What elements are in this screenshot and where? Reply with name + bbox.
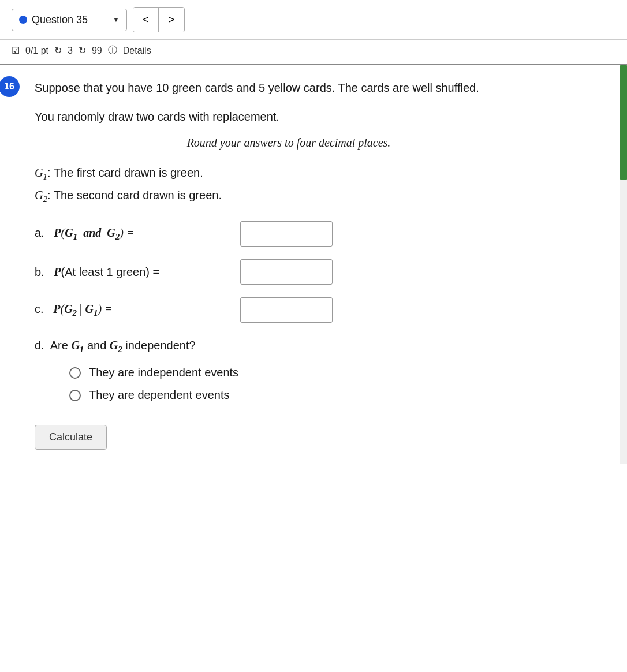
part-b-input[interactable] [240,259,333,285]
part-a-and: and [77,226,107,239]
meta-row: ☑ 0/1 pt ↻ 3 ↻ 99 ⓘ Details [0,40,627,65]
def1-sub: 1 [43,172,47,181]
question-selector[interactable]: Question 35 ▼ [12,9,127,31]
part-d-letter: d. Are [35,339,71,352]
chevron-down-icon: ▼ [113,16,120,24]
part-a-g1: G [65,226,73,239]
part-a-g2: G [107,226,115,239]
part-a-paren-close: ) = [120,226,134,239]
score-icon: ☑ [12,45,20,56]
submission-icon: ↻ [79,45,86,56]
part-a-label: a. P(G1 and G2) = [35,226,231,242]
part-c-expr: P [53,303,60,315]
nav-buttons: < > [133,7,185,32]
def1-text: : The first card drawn is green. [47,166,203,179]
part-c-bar: | [77,303,85,315]
definition-2: G2: The second card drawn is green. [35,185,543,207]
part-d-g1-sub: 1 [80,345,84,354]
def2-sub: 2 [43,195,47,204]
radio-circle-dependent[interactable] [69,390,81,401]
part-b-letter: b. [35,266,51,278]
def2-text: : The second card drawn is green. [47,189,222,201]
main-content: 16 Suppose that you have 10 green cards … [0,65,627,464]
radio-option-dependent[interactable]: They are dependent events [69,389,543,402]
radio-label-dependent: They are dependent events [89,389,230,402]
part-d-and: and [87,339,110,352]
part-b-row: b. P(At least 1 green) = [35,259,543,285]
submission-count: 99 [92,46,102,56]
prev-button[interactable]: < [133,8,159,32]
definitions: G1: The first card drawn is green. G2: T… [35,162,543,207]
problem-text-2: You randomly draw two cards with replace… [35,107,543,126]
part-c-g1: G [85,303,93,315]
top-bar: Question 35 ▼ < > [0,0,627,40]
part-c-label: c. P(G2 | G1) = [35,303,231,318]
radio-circle-independent[interactable] [69,367,81,379]
info-icon: ⓘ [108,44,117,57]
part-b-expr: P [54,266,61,278]
part-c-letter: c. [35,303,50,315]
problem-text-1: Suppose that you have 10 green cards and… [35,79,543,97]
question-status-dot [19,16,27,24]
part-d-question: d. Are G1 and G2 independent? [35,339,543,354]
score-value: 0/1 pt [25,46,48,56]
part-a-input[interactable] [240,221,333,247]
scrollbar-thumb[interactable] [620,65,627,180]
part-d-g2-sub: 2 [118,345,122,354]
question-body: Suppose that you have 10 green cards and… [0,65,566,464]
def1-var: G [35,166,43,179]
details-link[interactable]: Details [123,46,151,56]
part-c-paren-close: ) = [98,303,112,315]
part-d-section: d. Are G1 and G2 independent? They are i… [35,339,543,402]
scrollbar-track[interactable] [620,65,627,464]
question-label: Question 35 [32,14,108,26]
part-a-expr: P [54,226,61,239]
italic-instruction: Round your answers to four decimal place… [35,136,543,150]
part-d-g2: G [110,339,118,352]
part-c-g2-sub: 2 [73,308,77,318]
radio-label-independent: They are independent events [89,366,238,379]
retry-icon: ↻ [54,45,62,56]
part-d-suffix: independent? [125,339,195,352]
part-c-input[interactable] [240,297,333,323]
retry-count: 3 [68,46,73,56]
part-c-g2: G [64,303,72,315]
part-a-row: a. P(G1 and G2) = [35,221,543,247]
part-a-letter: a. [35,226,51,239]
radio-option-independent[interactable]: They are independent events [69,366,543,379]
part-b-label: b. P(At least 1 green) = [35,266,231,279]
definition-1: G1: The first card drawn is green. [35,162,543,185]
part-c-row: c. P(G2 | G1) = [35,297,543,323]
next-button[interactable]: > [159,8,184,32]
part-d-g1: G [71,339,79,352]
def2-var: G [35,189,43,201]
part-b-text: (At least 1 green) = [61,266,160,278]
calculate-button[interactable]: Calculate [35,425,107,450]
parts-section: a. P(G1 and G2) = b. P(At least 1 green)… [35,221,543,323]
